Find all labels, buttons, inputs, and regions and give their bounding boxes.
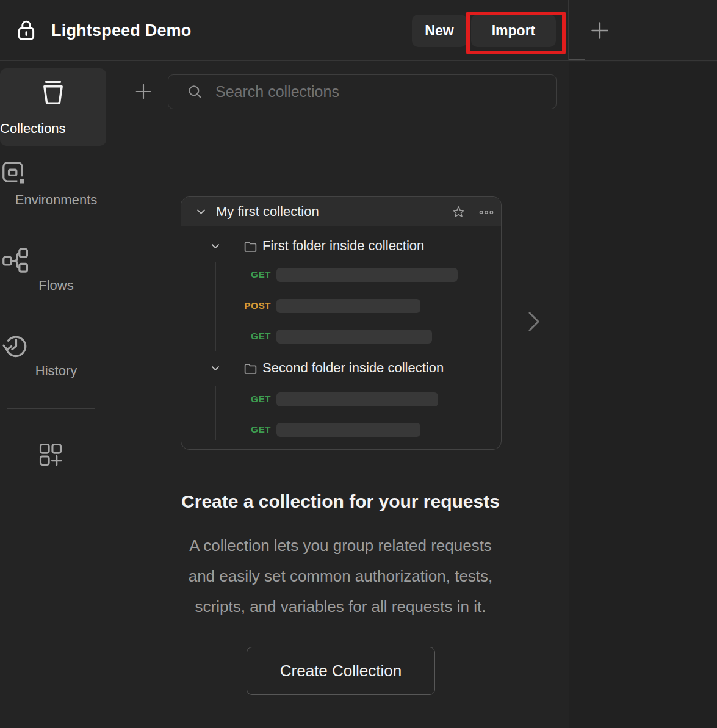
request-name-placeholder-bar bbox=[276, 423, 420, 437]
description-line: and easily set common authorization, tes… bbox=[189, 567, 493, 585]
environments-icon bbox=[0, 159, 112, 187]
create-collection-button[interactable]: Create Collection bbox=[247, 647, 435, 695]
chevron-down-icon bbox=[211, 242, 220, 250]
collections-icon bbox=[39, 79, 67, 107]
star-icon bbox=[452, 205, 466, 219]
request-row: GET bbox=[181, 327, 501, 347]
flows-icon bbox=[0, 245, 112, 273]
request-name-placeholder-bar bbox=[276, 299, 420, 313]
request-row: GET bbox=[181, 390, 501, 409]
collection-name: My first collection bbox=[216, 204, 319, 220]
configure-sidebar-icon[interactable] bbox=[37, 441, 64, 468]
add-collection-plus-icon[interactable] bbox=[134, 82, 153, 101]
sidebar-label-flows: Flows bbox=[0, 278, 112, 294]
empty-state-title: Create a collection for your requests bbox=[113, 491, 568, 512]
topbar-divider bbox=[568, 0, 569, 61]
request-name-placeholder-bar bbox=[276, 268, 458, 282]
workspace-title: Lightspeed Demo bbox=[51, 0, 192, 61]
import-button[interactable]: Import bbox=[471, 15, 556, 47]
sidebar-item-history[interactable]: History bbox=[0, 330, 112, 379]
chevron-down-icon bbox=[196, 207, 206, 216]
primary-sidebar: Collections Environments Flows bbox=[0, 62, 112, 728]
request-editor-pane bbox=[569, 62, 717, 728]
folder-row: Second folder inside collection bbox=[181, 357, 501, 380]
request-method: GET bbox=[216, 424, 271, 435]
sidebar-label-history: History bbox=[0, 363, 112, 379]
folder-name: Second folder inside collection bbox=[262, 360, 444, 376]
top-bar: Lightspeed Demo New Import bbox=[0, 0, 717, 61]
tab-strip-indicator bbox=[569, 59, 585, 60]
sidebar-item-flows[interactable]: Flows bbox=[0, 245, 112, 294]
collection-illustration-card: My first collection bbox=[181, 196, 502, 450]
request-name-placeholder-bar bbox=[276, 330, 432, 344]
request-method: POST bbox=[216, 300, 271, 311]
request-method: GET bbox=[216, 331, 271, 342]
sidebar-label-collections: Collections bbox=[0, 121, 106, 137]
search-icon bbox=[187, 84, 203, 100]
description-line: A collection lets you group related requ… bbox=[189, 536, 492, 555]
folder-name: First folder inside collection bbox=[262, 238, 424, 254]
expand-panel-chevron-icon[interactable] bbox=[527, 310, 541, 333]
sidebar-item-collections[interactable]: Collections bbox=[0, 68, 106, 146]
sidebar-divider bbox=[7, 408, 95, 409]
history-icon bbox=[0, 330, 112, 358]
new-tab-plus-icon[interactable] bbox=[590, 21, 610, 40]
request-row: POST bbox=[181, 297, 501, 316]
chevron-down-icon bbox=[211, 364, 220, 372]
folder-icon bbox=[243, 361, 258, 377]
request-row: GET bbox=[181, 265, 501, 285]
collection-header-row: My first collection bbox=[181, 197, 501, 226]
request-method: GET bbox=[216, 269, 271, 280]
description-line: scripts, and variables for all requests … bbox=[195, 597, 486, 616]
sidebar-label-environments: Environments bbox=[0, 192, 112, 208]
search-collections-box bbox=[168, 74, 557, 109]
search-input[interactable] bbox=[215, 83, 547, 101]
more-options-icon bbox=[478, 209, 494, 215]
new-button[interactable]: New bbox=[412, 15, 467, 47]
collections-panel: My first collection bbox=[113, 62, 568, 728]
lock-icon bbox=[16, 18, 37, 42]
request-name-placeholder-bar bbox=[276, 392, 438, 406]
sidebar-item-environments[interactable]: Environments bbox=[0, 159, 112, 208]
folder-row: First folder inside collection bbox=[181, 235, 501, 258]
folder-icon bbox=[243, 239, 258, 254]
request-method: GET bbox=[216, 394, 271, 405]
empty-state-description: A collection lets you group related requ… bbox=[113, 530, 568, 622]
request-row: GET bbox=[181, 420, 501, 440]
